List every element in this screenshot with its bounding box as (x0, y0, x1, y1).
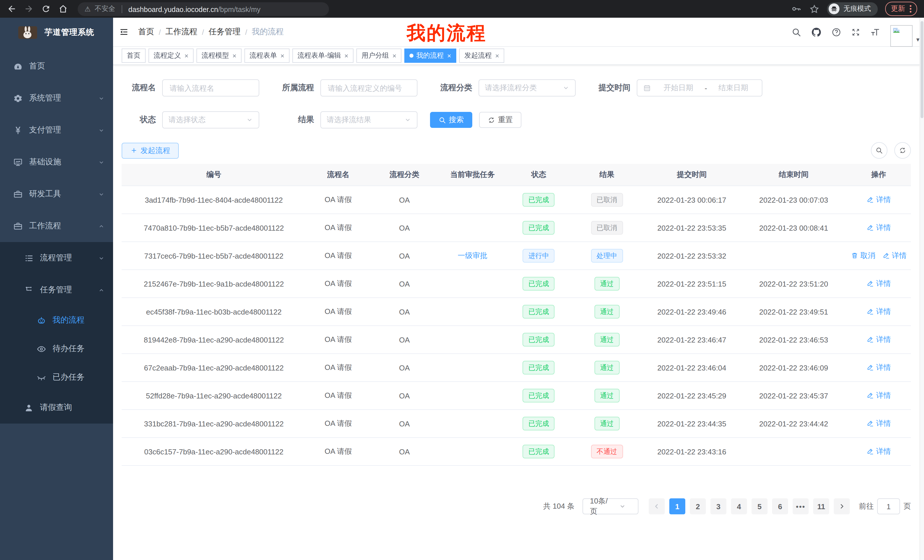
sidebar-item-工作流程[interactable]: 工作流程 (0, 210, 113, 242)
tab-首页[interactable]: 首页 (122, 48, 146, 63)
sidebar-item-待办任务[interactable]: 待办任务 (0, 334, 113, 363)
sidebar-item-label: 任务管理 (40, 285, 72, 295)
sidebar-item-已办任务[interactable]: 已办任务 (0, 363, 113, 392)
chevron-down-icon (98, 255, 105, 261)
home-icon[interactable] (58, 4, 68, 14)
next-page-button[interactable] (834, 499, 850, 514)
breadcrumb-workflow[interactable]: 工作流程 (165, 27, 197, 37)
avatar[interactable] (891, 25, 913, 47)
app-logo[interactable]: 芋道管理系统 (0, 18, 113, 47)
status-select[interactable]: 请选择状态 (162, 111, 259, 129)
prev-page-button[interactable] (649, 499, 665, 514)
date-range-picker[interactable]: 开始日期 - 结束日期 (637, 79, 762, 96)
sidebar-item-研发工具[interactable]: 研发工具 (0, 178, 113, 210)
cell-name: OA 请假 (306, 242, 370, 270)
detail-link[interactable]: 详情 (866, 279, 891, 289)
breadcrumb-task[interactable]: 任务管理 (209, 27, 241, 37)
action-label: 详情 (876, 362, 891, 373)
update-button[interactable]: 更新 (885, 2, 917, 16)
more-pages-button[interactable]: ••• (793, 499, 808, 514)
detail-link[interactable]: 详情 (866, 334, 891, 345)
sidebar-item-基础设施[interactable]: 基础设施 (0, 146, 113, 178)
forward-icon[interactable] (24, 4, 34, 14)
sidebar-item-流程管理[interactable]: 流程管理 (0, 242, 113, 274)
detail-link[interactable]: 详情 (866, 446, 891, 457)
search-button[interactable]: 搜索 (430, 112, 472, 128)
page-button-4[interactable]: 4 (731, 499, 747, 514)
reset-button[interactable]: 重置 (479, 112, 521, 128)
close-icon[interactable]: × (344, 52, 348, 59)
detail-link[interactable]: 详情 (866, 195, 891, 205)
close-icon[interactable]: × (232, 52, 236, 59)
sidebar-item-支付管理[interactable]: 支付管理 (0, 114, 113, 146)
detail-link[interactable]: 详情 (866, 391, 891, 401)
tab-用户分组[interactable]: 用户分组× (356, 48, 402, 63)
cancel-link[interactable]: 取消 (850, 251, 875, 261)
close-icon[interactable]: × (392, 52, 396, 59)
key-icon[interactable] (791, 3, 802, 14)
reload-icon[interactable] (41, 4, 51, 14)
cell-end-time: 2022-01-22 23:51:20 (741, 270, 847, 298)
toggle-search-button[interactable] (871, 142, 888, 159)
sidebar-item-任务管理[interactable]: 任务管理 (0, 274, 113, 306)
page-button-3[interactable]: 3 (710, 499, 726, 514)
breadcrumb-home[interactable]: 首页 (138, 27, 154, 37)
page-button-2[interactable]: 2 (690, 499, 706, 514)
tab-流程定义[interactable]: 流程定义× (148, 48, 194, 63)
breadcrumb-current: 我的流程 (252, 27, 284, 37)
refresh-table-button[interactable] (894, 142, 911, 159)
result-select[interactable]: 请选择流结果 (320, 111, 417, 129)
sidebar-item-首页[interactable]: 首页 (0, 50, 113, 82)
category-select[interactable]: 请选择流程分类 (478, 79, 576, 96)
back-icon[interactable] (7, 4, 16, 14)
detail-link[interactable]: 详情 (866, 418, 891, 429)
table-body: 3ad174fb-7b9d-11ec-8404-acde48001122OA 请… (122, 186, 911, 466)
cell-result: 通过 (571, 298, 643, 326)
broken-image-icon (892, 26, 902, 36)
sidebar-item-我的流程[interactable]: 我的流程 (0, 306, 113, 334)
scrollbar[interactable] (920, 18, 924, 560)
process-def-input[interactable] (320, 79, 417, 96)
page-button-1[interactable]: 1 (669, 499, 685, 514)
close-icon[interactable]: × (184, 52, 189, 59)
cell-category: OA (370, 437, 439, 466)
cell-submit-time: 2022-01-23 00:06:17 (643, 186, 741, 214)
cell-name: OA 请假 (306, 353, 370, 382)
start-process-button[interactable]: 发起流程 (122, 142, 179, 159)
menu-dots-icon[interactable] (910, 5, 911, 13)
task-link[interactable]: 一级审批 (458, 251, 488, 261)
goto-page-input[interactable] (877, 499, 900, 514)
sidebar-item-请假查询[interactable]: 请假查询 (0, 392, 113, 424)
star-icon[interactable] (809, 4, 819, 14)
help-icon[interactable] (831, 27, 841, 37)
detail-link[interactable]: 详情 (866, 362, 891, 373)
caret-down-icon[interactable]: ▾ (916, 36, 920, 43)
tab-流程表单-编辑[interactable]: 流程表单-编辑× (292, 48, 354, 63)
tab-发起流程[interactable]: 发起流程× (459, 48, 504, 63)
sidebar-item-系统管理[interactable]: 系统管理 (0, 82, 113, 114)
fullscreen-icon[interactable] (851, 27, 861, 37)
address-bar[interactable]: ⚠ 不安全 dashboard.yudao.iocoder.cn/bpm/tas… (78, 2, 329, 16)
font-size-icon[interactable] (870, 27, 880, 37)
github-icon[interactable] (811, 27, 822, 37)
process-name-input[interactable] (162, 79, 259, 96)
detail-link[interactable]: 详情 (882, 251, 907, 261)
tab-流程模型[interactable]: 流程模型× (196, 48, 242, 63)
page-button-6[interactable]: 6 (772, 499, 788, 514)
tab-我的流程[interactable]: 我的流程× (404, 48, 456, 63)
scrollbar-thumb[interactable] (921, 21, 923, 118)
status-badge: 已完成 (523, 361, 555, 374)
hamburger-icon[interactable] (119, 27, 129, 36)
url-text: dashboard.yudao.iocoder.cn/bpm/task/my (129, 4, 261, 14)
page-button-11[interactable]: 11 (813, 499, 829, 514)
search-icon[interactable] (792, 27, 801, 37)
close-icon[interactable]: × (447, 52, 451, 59)
page-size-select[interactable]: 10条/页 (582, 499, 639, 514)
close-icon[interactable]: × (280, 52, 284, 59)
cell-id: 7470a810-7b9b-11ec-b5b7-acde48001122 (122, 214, 306, 242)
detail-link[interactable]: 详情 (866, 307, 891, 317)
detail-link[interactable]: 详情 (866, 223, 891, 233)
page-button-5[interactable]: 5 (752, 499, 768, 514)
close-icon[interactable]: × (495, 52, 499, 59)
tab-流程表单[interactable]: 流程表单× (244, 48, 290, 63)
